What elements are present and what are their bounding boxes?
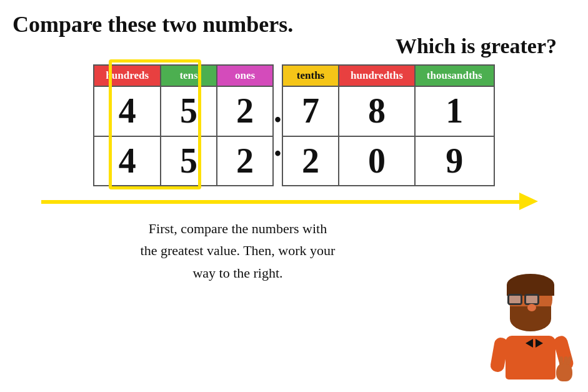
header-hundreds: hundreds	[94, 65, 161, 86]
cell-hundredths-1: 8	[339, 86, 415, 136]
char-hand-right	[556, 363, 572, 381]
left-table-wrap: hundreds tens ones 4 5 2 4 5 2	[93, 64, 274, 186]
cell-hundreds-2: 4	[94, 136, 161, 186]
cell-ones-1: 2	[217, 86, 273, 136]
arrow-head	[519, 193, 538, 210]
char-nose	[527, 304, 536, 311]
header-hundredths: hundredths	[339, 65, 415, 86]
header-tens: tens	[161, 65, 217, 86]
left-number-table: hundreds tens ones 4 5 2 4 5 2	[93, 64, 274, 186]
subtitle: Which is greater?	[0, 34, 588, 58]
cell-thousandths-2: 9	[415, 136, 494, 186]
char-bowtie	[526, 339, 543, 350]
table-section: hundreds tens ones 4 5 2 4 5 2	[0, 64, 588, 186]
tables-wrapper: hundreds tens ones 4 5 2 4 5 2	[93, 64, 494, 186]
table-row: 4 5 2	[94, 86, 273, 136]
arrow-line	[41, 200, 529, 204]
header-row-right: tenths hundredths thousandths	[282, 65, 494, 86]
right-number-table: tenths hundredths thousandths 7 8 1 2 0 …	[282, 64, 495, 186]
cell-hundredths-2: 0	[339, 136, 415, 186]
header-thousandths: thousandths	[415, 65, 494, 86]
table-row-right-2: 2 0 9	[282, 136, 494, 186]
decimal-dot-2: .	[274, 128, 282, 162]
decimal-dot-1: .	[274, 94, 282, 128]
header-ones: ones	[217, 65, 273, 86]
char-glasses	[507, 294, 539, 305]
instruction-line3: way to the right.	[192, 265, 282, 281]
direction-arrow	[26, 186, 563, 204]
table-row-right-1: 7 8 1	[282, 86, 494, 136]
cell-thousandths-1: 1	[415, 86, 494, 136]
char-hair	[507, 274, 554, 296]
char-finger-1	[559, 356, 563, 365]
cell-tenths-1: 7	[282, 86, 339, 136]
bowtie-right	[536, 339, 543, 348]
page-title: Compare these two numbers.	[0, 0, 588, 38]
cell-tens-1: 5	[161, 86, 217, 136]
cell-tens-2: 5	[161, 136, 217, 186]
cell-ones-2: 2	[217, 136, 273, 186]
char-glass-left	[507, 294, 522, 305]
instruction-line2: the greatest value. Then, work your	[141, 243, 336, 258]
bowtie-left	[526, 339, 533, 348]
teacher-character	[485, 276, 576, 386]
cell-tenths-2: 2	[282, 136, 339, 186]
instruction-text: First, compare the numbers with the grea…	[0, 218, 588, 284]
table-row: 4 5 2	[94, 136, 273, 186]
header-tenths: tenths	[282, 65, 339, 86]
cell-hundreds-1: 4	[94, 86, 161, 136]
header-row: hundreds tens ones	[94, 65, 273, 86]
decimal-dots: . .	[274, 64, 282, 162]
instruction-line1: First, compare the numbers with	[149, 221, 327, 236]
